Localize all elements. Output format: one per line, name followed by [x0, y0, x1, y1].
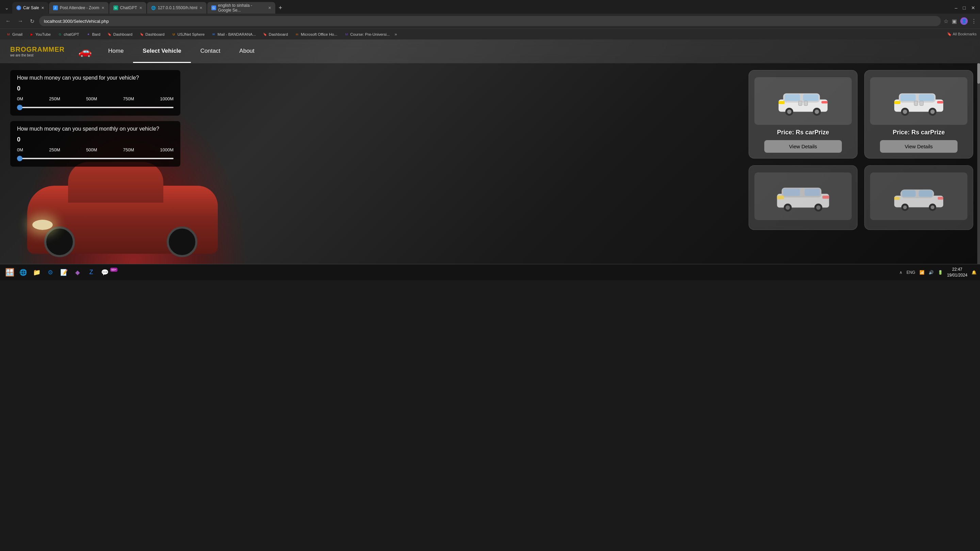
- tab-favicon-3: G: [113, 5, 118, 10]
- svg-rect-11: [804, 101, 808, 106]
- tab-label-1: Car Sale: [23, 5, 39, 10]
- bookmark-bard-label: Bard: [92, 32, 100, 37]
- bookmark-msoffice[interactable]: m Microsoft Office Ho...: [292, 31, 340, 37]
- budget-slider-labels: 0M 250M 500M 750M 1000M: [17, 96, 173, 102]
- budget-slider[interactable]: [17, 107, 173, 108]
- new-tab-button[interactable]: +: [276, 5, 285, 11]
- car-card-4: [864, 165, 973, 230]
- tab-chatgpt[interactable]: G ChatGPT ✕: [109, 2, 146, 14]
- svg-rect-20: [894, 101, 900, 104]
- taskbar-clock[interactable]: 22:47 19/01/2024: [947, 267, 967, 278]
- menu-icon[interactable]: ⋮: [971, 18, 977, 24]
- car-card-3: [749, 165, 858, 230]
- view-details-btn-1[interactable]: View Details: [764, 140, 842, 153]
- monthly-slider[interactable]: [17, 158, 173, 159]
- page-scrollbar[interactable]: [977, 63, 980, 264]
- taskbar-right: ∧ ENG 📶 🔊 🔋 22:47 19/01/2024 🔔: [899, 267, 977, 278]
- budget-label-2: 500M: [86, 96, 97, 102]
- taskbar-notepad-icon[interactable]: 📝: [58, 266, 70, 279]
- back-button[interactable]: ←: [3, 17, 13, 25]
- more-bookmarks[interactable]: »: [395, 32, 397, 37]
- tab-label-3: ChatGPT: [120, 5, 137, 10]
- svg-rect-9: [821, 101, 827, 103]
- budget-label-4: 1000M: [160, 96, 173, 102]
- bookmark-usjnet[interactable]: U USJNet Sphere: [169, 31, 207, 37]
- monthly-question-text: How much money can you spend monthly on …: [17, 126, 173, 132]
- tab-favicon-4: 🌐: [151, 5, 156, 10]
- bookmark-dashboard1[interactable]: 🔖 Dashboard: [105, 31, 135, 37]
- taskbar-zoom-icon[interactable]: Z: [85, 266, 97, 279]
- tab-label-5: english to sinhala - Google Se...: [218, 3, 266, 13]
- scrollbar-thumb[interactable]: [977, 63, 980, 84]
- profile-icon[interactable]: 👤: [960, 17, 968, 25]
- taskbar-whatsapp-icon[interactable]: 💬: [99, 266, 111, 279]
- svg-rect-3: [803, 94, 818, 101]
- nav-about[interactable]: About: [230, 40, 264, 63]
- svg-rect-8: [778, 101, 785, 104]
- svg-point-29: [786, 205, 790, 210]
- bookmark-usjnet-label: USJNet Sphere: [177, 32, 205, 37]
- nav-links: Home Select Vehicle Contact About: [99, 40, 264, 63]
- tab-local[interactable]: 🌐 127.0.0.1:5500/h.html ✕: [147, 2, 207, 14]
- taskbar-chrome-icon[interactable]: 🌐: [17, 266, 29, 279]
- svg-point-17: [903, 110, 907, 114]
- tab-close-5[interactable]: ✕: [268, 6, 271, 10]
- usjnet-favicon: U: [171, 32, 176, 37]
- tab-car-sale[interactable]: C Car Sale ✕: [12, 2, 48, 14]
- tab-label-4: 127.0.0.1:5500/h.html: [158, 5, 197, 10]
- bookmark-mail[interactable]: ✉ Mail - BANDARANA...: [208, 31, 258, 37]
- bookmark-bard[interactable]: ✦ Bard: [83, 31, 103, 37]
- nav-home[interactable]: Home: [99, 40, 133, 63]
- tab-close-1[interactable]: ✕: [41, 6, 44, 10]
- brand-area: BROGRAMMER we are the best 🚗: [10, 45, 92, 58]
- minimize-button[interactable]: –: [955, 5, 958, 11]
- close-button[interactable]: ✕: [971, 5, 975, 11]
- svg-point-5: [787, 110, 791, 114]
- bookmark-gmail[interactable]: M Gmail: [3, 31, 25, 37]
- tab-close-4[interactable]: ✕: [199, 6, 202, 10]
- bookmark-youtube[interactable]: ▶ YouTube: [27, 31, 53, 37]
- car-price-2: Price: Rs carPrize: [892, 129, 945, 136]
- tab-zoom[interactable]: Z Post Attendee - Zoom ✕: [49, 2, 108, 14]
- svg-rect-23: [920, 101, 924, 106]
- tab-close-2[interactable]: ✕: [102, 6, 105, 10]
- bookmark-dashboard2[interactable]: 🔖 Dashboard: [137, 31, 167, 37]
- taskbar-vspurple-icon[interactable]: ◆: [72, 266, 84, 279]
- bookmark-course[interactable]: M Course: Pre-Universi...: [341, 31, 392, 37]
- bookmark-dashboard3[interactable]: 🔖 Dashboard: [260, 31, 291, 37]
- taskbar-volume-icon[interactable]: 🔊: [929, 270, 934, 275]
- tab-close-3[interactable]: ✕: [139, 6, 142, 10]
- view-details-btn-2[interactable]: View Details: [880, 140, 958, 153]
- address-bar-row: ← → ↻ ☆ ▣ 👤 ⋮: [0, 14, 980, 29]
- bookmark-dashboard1-label: Dashboard: [113, 32, 132, 37]
- brand: BROGRAMMER we are the best: [10, 46, 65, 57]
- bookmark-chatgpt[interactable]: G chatGPT: [55, 31, 82, 37]
- nav-contact[interactable]: Contact: [191, 40, 230, 63]
- bookmark-dashboard3-label: Dashboard: [269, 32, 288, 37]
- start-button[interactable]: 🪟: [3, 266, 16, 279]
- svg-point-7: [815, 110, 819, 114]
- taskbar-vscode-icon[interactable]: ⚙: [44, 266, 56, 279]
- reload-button[interactable]: ↻: [28, 17, 37, 25]
- taskbar-chevron-icon[interactable]: ∧: [899, 270, 902, 275]
- dashboard3-favicon: 🔖: [263, 32, 267, 37]
- taskbar-notification-icon[interactable]: 🔔: [972, 270, 977, 275]
- svg-rect-14: [900, 94, 916, 101]
- bookmark-star-icon[interactable]: ☆: [943, 18, 948, 24]
- monthly-label-4: 1000M: [160, 147, 173, 152]
- bard-favicon: ✦: [86, 32, 91, 37]
- maximize-button[interactable]: □: [963, 5, 966, 11]
- tab-scroll-left[interactable]: ⌄: [2, 4, 11, 12]
- forward-button[interactable]: →: [16, 17, 25, 25]
- tab-google[interactable]: G english to sinhala - Google Se... ✕: [207, 2, 275, 14]
- car-svg-1: [772, 84, 834, 118]
- taskbar-explorer-icon[interactable]: 📁: [30, 266, 43, 279]
- nav-select-vehicle[interactable]: Select Vehicle: [133, 40, 191, 63]
- car-svg-4: [888, 179, 950, 213]
- all-bookmarks[interactable]: 🔖 All Bookmarks: [947, 32, 977, 37]
- svg-point-19: [930, 110, 935, 114]
- extensions-icon[interactable]: ▣: [952, 18, 957, 24]
- monthly-label-2: 500M: [86, 147, 97, 152]
- svg-rect-15: [919, 94, 934, 101]
- address-input[interactable]: [39, 16, 941, 26]
